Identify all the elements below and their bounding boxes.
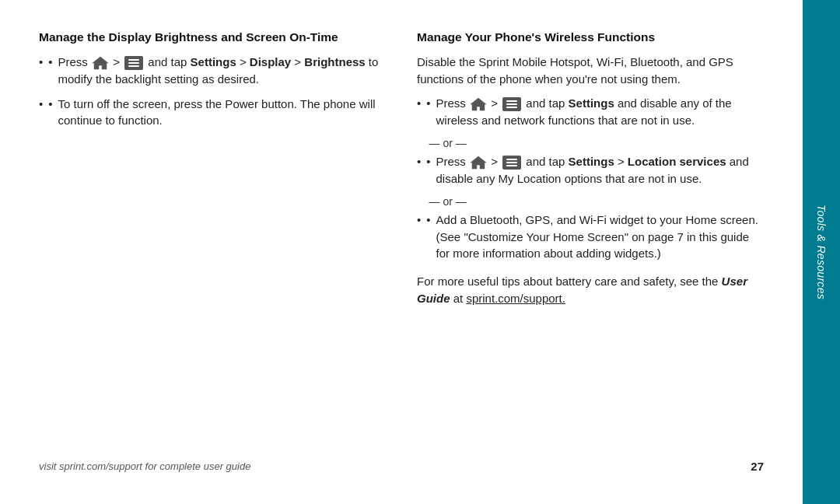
sprint-link[interactable]: sprint.com/support. — [466, 292, 565, 305]
home-icon — [470, 155, 487, 170]
left-bullet-list: • Press > — [39, 54, 386, 129]
battery-para: For more useful tips about battery care … — [417, 273, 764, 307]
right-bullet-1: Press > — [436, 95, 764, 129]
right-bullet-list-3: • Add a Bluetooth, GPS, and Wi-Fi widget… — [417, 212, 764, 262]
svg-marker-2 — [471, 156, 486, 169]
list-item: • Press > — [417, 95, 764, 129]
home-icon — [92, 55, 109, 71]
menu-icon — [124, 56, 143, 70]
footer-label: visit sprint.com/support for complete us… — [39, 460, 250, 472]
bullet-2-content: To turn off the screen, press the Power … — [58, 96, 386, 130]
or-divider-2: — or — — [417, 195, 764, 208]
sidebar-label: Tools & Resources — [815, 205, 828, 299]
page-footer: visit sprint.com/support for complete us… — [39, 450, 764, 473]
right-sidebar: Tools & Resources — [803, 0, 840, 504]
list-item: • To turn off the screen, press the Powe… — [39, 96, 386, 130]
two-col-layout: Manage the Display Brightness and Screen… — [39, 30, 764, 450]
bullet-1-content: Press > — [58, 54, 386, 88]
svg-marker-0 — [93, 57, 108, 69]
menu-icon — [502, 97, 521, 111]
svg-marker-1 — [471, 98, 486, 110]
list-item: • Add a Bluetooth, GPS, and Wi-Fi widget… — [417, 212, 764, 262]
right-intro: Disable the Sprint Mobile Hotspot, Wi-Fi… — [417, 54, 764, 88]
or-divider-1: — or — — [417, 137, 764, 149]
right-bullet-3: Add a Bluetooth, GPS, and Wi-Fi widget t… — [436, 212, 764, 262]
list-item: • Press > — [417, 153, 764, 187]
page-number: 27 — [751, 460, 764, 473]
main-content: Manage the Display Brightness and Screen… — [0, 0, 803, 504]
home-icon — [470, 96, 487, 112]
right-bullet-2: Press > — [436, 153, 764, 187]
right-bullet-list: • Press > — [417, 95, 764, 129]
left-section-title: Manage the Display Brightness and Screen… — [39, 30, 386, 46]
left-column: Manage the Display Brightness and Screen… — [39, 30, 386, 450]
right-bullet-list-2: • Press > — [417, 153, 764, 187]
page-container: Manage the Display Brightness and Screen… — [0, 0, 840, 504]
right-column: Manage Your Phone's Wireless Functions D… — [417, 30, 764, 450]
menu-icon — [502, 156, 521, 170]
list-item: • Press > — [39, 54, 386, 88]
right-section-title: Manage Your Phone's Wireless Functions — [417, 30, 764, 46]
